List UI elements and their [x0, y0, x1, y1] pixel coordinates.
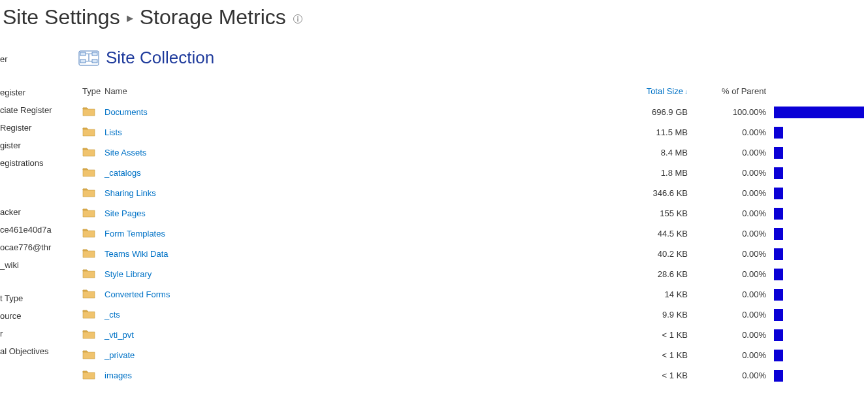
item-percent: 0.00% — [692, 345, 770, 365]
column-percent[interactable]: % of Parent — [692, 81, 770, 102]
table-row: Site Assets8.4 MB0.00% — [78, 142, 868, 163]
item-name-link[interactable]: Converted Forms — [104, 289, 170, 299]
breadcrumb-current: Storage Metrics — [140, 5, 286, 29]
column-bar — [770, 81, 868, 102]
percent-bar — [774, 248, 783, 260]
item-size: 40.2 KB — [541, 244, 692, 264]
table-row: _private< 1 KB0.00% — [78, 345, 868, 365]
sidebar-item[interactable]: Register — [0, 119, 78, 137]
folder-icon — [82, 227, 95, 238]
item-size: < 1 KB — [541, 365, 692, 386]
item-size: 8.4 MB — [541, 142, 692, 163]
svg-point-1 — [297, 16, 298, 18]
percent-bar — [774, 269, 783, 280]
folder-icon — [82, 126, 95, 137]
item-name-link[interactable]: Sharing Links — [104, 188, 156, 198]
sidebar-item[interactable]: egister — [0, 84, 78, 101]
item-size: 9.9 KB — [541, 305, 692, 325]
table-row: Converted Forms14 KB0.00% — [78, 284, 868, 305]
item-size: 14 KB — [541, 284, 692, 305]
item-name-link[interactable]: _cts — [104, 310, 120, 320]
percent-bar — [774, 228, 783, 240]
svg-rect-7 — [92, 59, 97, 63]
sidebar-item[interactable]: _wiki — [0, 256, 78, 274]
percent-bar — [774, 208, 783, 220]
item-percent: 0.00% — [692, 122, 770, 142]
item-name-link[interactable]: Site Assets — [104, 148, 146, 157]
sidebar-item[interactable]: egistrations — [0, 154, 78, 172]
item-name-link[interactable]: Documents — [104, 107, 148, 117]
breadcrumb-separator: ▸ — [127, 10, 133, 25]
folder-icon — [82, 167, 95, 177]
table-row: _catalogs1.8 MB0.00% — [78, 163, 868, 183]
item-percent: 0.00% — [692, 163, 770, 183]
item-size: < 1 KB — [541, 345, 692, 365]
main-content: Site Collection Type Name Total Size↓ % … — [78, 35, 868, 386]
item-size: < 1 KB — [541, 325, 692, 345]
item-percent: 0.00% — [692, 244, 770, 264]
sort-desc-icon: ↓ — [684, 88, 688, 95]
item-percent: 0.00% — [692, 142, 770, 163]
table-row: Form Templates44.5 KB0.00% — [78, 223, 868, 244]
percent-bar — [774, 329, 783, 341]
item-name-link[interactable]: Style Library — [104, 269, 152, 279]
table-row: Style Library28.6 KB0.00% — [78, 264, 868, 284]
item-percent: 100.00% — [692, 102, 770, 123]
sidebar-item[interactable]: ource — [0, 307, 78, 325]
item-name-link[interactable]: Site Pages — [104, 208, 146, 218]
page-title: Site Settings ▸ Storage Metrics — [0, 0, 868, 35]
svg-rect-6 — [92, 52, 97, 56]
sidebar-item[interactable]: al Objectives — [0, 342, 78, 360]
column-total-size[interactable]: Total Size↓ — [541, 81, 692, 102]
table-row: Documents696.9 GB100.00% — [78, 102, 868, 123]
breadcrumb-parent[interactable]: Site Settings — [3, 5, 120, 29]
item-name-link[interactable]: Teams Wiki Data — [104, 249, 169, 259]
item-size: 155 KB — [541, 203, 692, 223]
percent-bar — [774, 167, 783, 179]
item-name-link[interactable]: Form Templates — [104, 229, 165, 239]
percent-bar — [774, 127, 783, 139]
sidebar-item[interactable]: t Type — [0, 289, 78, 307]
sidebar-item[interactable]: ciate Register — [0, 101, 78, 119]
column-type[interactable]: Type — [78, 81, 101, 102]
sidebar-item[interactable]: r — [0, 325, 78, 342]
folder-icon — [82, 329, 95, 339]
sidebar-item[interactable]: acker — [0, 203, 78, 221]
sidebar-item[interactable]: ocae776@thr — [0, 239, 78, 256]
folder-icon — [82, 187, 95, 197]
sidebar-item[interactable]: er — [0, 50, 78, 68]
item-size: 1.8 MB — [541, 163, 692, 183]
percent-bar — [774, 289, 783, 301]
svg-rect-5 — [80, 59, 86, 63]
item-name-link[interactable]: Lists — [104, 127, 122, 137]
item-percent: 0.00% — [692, 183, 770, 203]
item-name-link[interactable]: _catalogs — [104, 168, 141, 178]
sidebar-item[interactable]: gister — [0, 137, 78, 154]
table-row: _cts9.9 KB0.00% — [78, 305, 868, 325]
table-row: Lists11.5 MB0.00% — [78, 122, 868, 142]
item-name-link[interactable]: images — [104, 371, 132, 380]
svg-rect-2 — [297, 18, 298, 22]
sidebar-item[interactable]: ce461e40d7a — [0, 221, 78, 239]
item-percent: 0.00% — [692, 365, 770, 386]
table-row: Teams Wiki Data40.2 KB0.00% — [78, 244, 868, 264]
percent-bar — [774, 350, 783, 361]
item-name-link[interactable]: _vti_pvt — [104, 330, 134, 340]
info-icon[interactable] — [290, 5, 303, 29]
item-percent: 0.00% — [692, 203, 770, 223]
item-name-link[interactable]: _private — [104, 350, 135, 360]
folder-icon — [82, 369, 95, 380]
table-row: images< 1 KB0.00% — [78, 365, 868, 386]
folder-icon — [82, 207, 95, 218]
column-name[interactable]: Name — [101, 81, 541, 102]
collection-title[interactable]: Site Collection — [106, 48, 214, 68]
percent-bar — [774, 188, 783, 199]
folder-icon — [82, 146, 95, 157]
table-row: Site Pages155 KB0.00% — [78, 203, 868, 223]
folder-icon — [82, 349, 95, 359]
left-nav: eregisterciate RegisterRegistergisteregi… — [0, 35, 78, 386]
item-percent: 0.00% — [692, 325, 770, 345]
storage-table: Type Name Total Size↓ % of Parent Docume… — [78, 81, 868, 386]
folder-icon — [82, 248, 95, 258]
item-percent: 0.00% — [692, 264, 770, 284]
